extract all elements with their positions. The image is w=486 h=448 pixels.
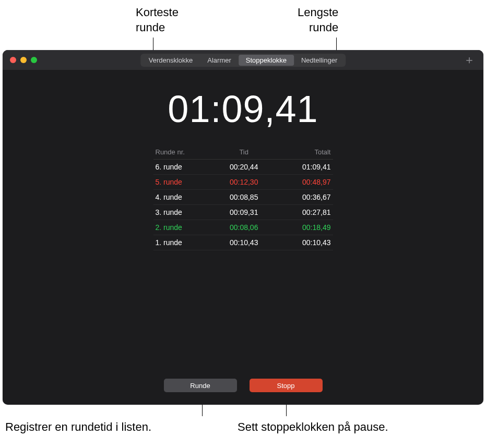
lap-button[interactable]: Runde xyxy=(164,379,237,392)
callout-longest-lap: Lengsterunde xyxy=(298,5,338,35)
tab-segmented-control: Verdensklokke Alarmer Stoppeklokke Nedte… xyxy=(140,54,346,67)
lap-row: 6. runde 00:20,44 01:09,41 xyxy=(153,160,333,175)
lap-time: 00:12,30 xyxy=(215,178,273,186)
window-titlebar: Verdensklokke Alarmer Stoppeklokke Nedte… xyxy=(3,50,483,70)
lap-row-shortest: 2. runde 00:08,06 00:18,49 xyxy=(153,220,333,235)
add-button[interactable]: ＋ xyxy=(464,54,475,66)
lap-row: 4. runde 00:08,85 00:36,67 xyxy=(153,190,333,205)
lap-total: 00:27,81 xyxy=(273,208,331,216)
callout-shortest-lap: Kortesterunde xyxy=(136,5,179,35)
lap-row-longest: 5. runde 00:12,30 00:48,97 xyxy=(153,175,333,190)
stop-button[interactable]: Stopp xyxy=(250,379,323,392)
callout-lap-hint: Registrer en rundetid i listen. xyxy=(5,420,151,435)
lap-label: 1. runde xyxy=(156,238,215,247)
close-button[interactable] xyxy=(10,57,16,63)
stopwatch-buttons: Runde Stopp xyxy=(164,379,323,392)
lap-label: 3. runde xyxy=(156,208,215,216)
lap-time: 00:20,44 xyxy=(215,163,273,171)
lap-row: 1. runde 00:10,43 00:10,43 xyxy=(153,235,333,250)
tab-timers[interactable]: Nedtellinger xyxy=(294,55,345,66)
tab-alarms[interactable]: Alarmer xyxy=(200,55,239,66)
tab-stopwatch[interactable]: Stoppeklokke xyxy=(239,55,294,66)
stopwatch-panel: 01:09,41 Runde nr. Tid Totalt 6. runde 0… xyxy=(3,70,483,405)
lap-time: 00:10,43 xyxy=(215,238,273,247)
lap-label: 6. runde xyxy=(156,163,215,171)
lap-total: 01:09,41 xyxy=(273,163,331,171)
callout-stop-hint: Sett stoppeklokken på pause. xyxy=(238,420,388,435)
traffic-lights xyxy=(10,57,37,63)
lap-table-header: Runde nr. Tid Totalt xyxy=(153,145,333,160)
lap-label: 5. runde xyxy=(156,178,215,186)
lap-label: 4. runde xyxy=(156,193,215,201)
fullscreen-button[interactable] xyxy=(31,57,37,63)
lap-time: 00:08,06 xyxy=(215,223,273,232)
lap-time: 00:09,31 xyxy=(215,208,273,216)
tab-world-clock[interactable]: Verdensklokke xyxy=(141,55,200,66)
minimize-button[interactable] xyxy=(20,57,27,63)
clock-app-window: Verdensklokke Alarmer Stoppeklokke Nedte… xyxy=(3,50,483,405)
elapsed-time-display: 01:09,41 xyxy=(168,88,318,130)
lap-total: 00:48,97 xyxy=(273,178,331,186)
lap-total: 00:18,49 xyxy=(273,223,331,232)
lap-table: Runde nr. Tid Totalt 6. runde 00:20,44 0… xyxy=(153,145,333,250)
lap-total: 00:36,67 xyxy=(273,193,331,201)
lap-time: 00:08,85 xyxy=(215,193,273,201)
lap-total: 00:10,43 xyxy=(273,238,331,247)
header-lap: Runde nr. xyxy=(156,148,215,156)
header-total: Totalt xyxy=(273,148,331,156)
lap-row: 3. runde 00:09,31 00:27,81 xyxy=(153,205,333,220)
lap-label: 2. runde xyxy=(156,223,215,232)
header-time: Tid xyxy=(215,148,273,156)
